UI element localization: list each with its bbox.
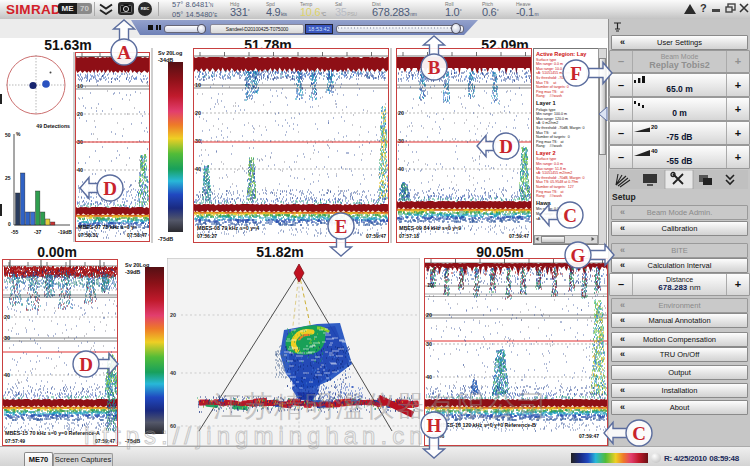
svg-text:D: D xyxy=(499,136,513,157)
svg-text:H: H xyxy=(427,415,442,436)
svg-text:E: E xyxy=(335,216,348,237)
svg-text:G: G xyxy=(571,245,586,266)
svg-text:D: D xyxy=(79,354,93,375)
svg-text:C: C xyxy=(632,423,646,444)
svg-text:C: C xyxy=(563,205,577,226)
svg-text:A: A xyxy=(117,42,131,63)
svg-text:B: B xyxy=(428,57,441,78)
svg-text:D: D xyxy=(103,178,117,199)
svg-text:F: F xyxy=(570,63,582,84)
